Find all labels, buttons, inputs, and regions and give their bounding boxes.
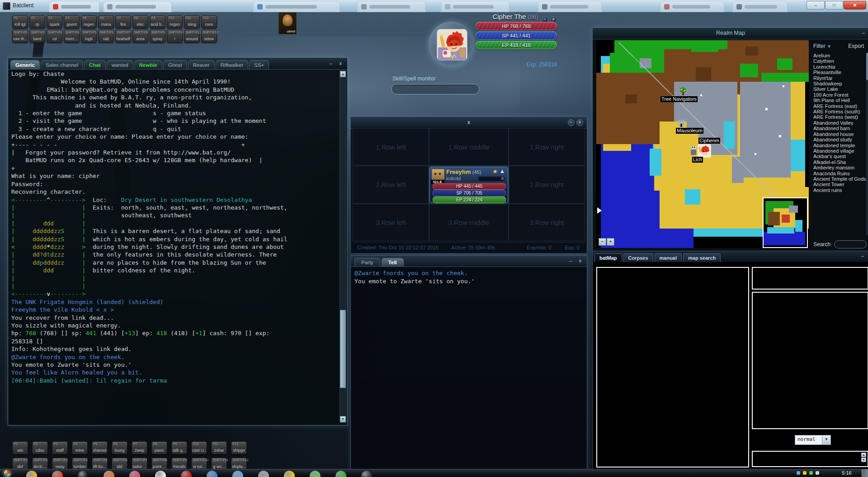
hotkey-button[interactable]: F8 panic — [151, 441, 167, 454]
party-slot[interactable]: 1.Row middle — [429, 128, 509, 166]
party-slot[interactable]: 3.Row middle — [429, 204, 509, 241]
batmap-command-box[interactable]: ▲▼ — [752, 451, 868, 467]
tray-icon[interactable] — [797, 471, 800, 475]
hotkey-button[interactable]: F8 elec — [132, 15, 148, 28]
qq-penguin-icon[interactable] — [78, 471, 89, 477]
chat-output[interactable]: @Zwarte fnords you on the cheek.You emot… — [354, 269, 583, 285]
map-location-item[interactable]: Rilynt'tar — [813, 75, 867, 81]
map-location-item[interactable]: Ancient ruins — [813, 187, 867, 193]
hotkey-button[interactable]: F11 2shar — [211, 441, 227, 454]
map-zoom-out-button[interactable]: − — [599, 238, 606, 246]
map-location-item[interactable]: Ancient Tower — [813, 182, 867, 187]
map-location-item[interactable]: Silver Lake — [813, 86, 867, 92]
white-ring-icon[interactable] — [155, 471, 166, 477]
dropdown-arrow-icon[interactable]: ▼ — [822, 435, 830, 444]
minimize-button[interactable]: – — [807, 1, 825, 9]
terminal-tab[interactable]: Chat — [84, 60, 106, 69]
party-slot[interactable]: 1.Row right — [509, 128, 585, 166]
s-app-icon[interactable] — [258, 471, 269, 477]
map-location-item[interactable]: Abandoned village — [813, 148, 867, 154]
map-location-item[interactable]: Anaconda Ruins — [813, 171, 867, 176]
hotkey-button[interactable]: SHFT+F4 merc... — [64, 30, 80, 43]
background-browser-tab[interactable] — [732, 1, 788, 12]
lightning-icon[interactable] — [284, 471, 295, 477]
background-browser-tab[interactable] — [441, 1, 509, 12]
background-browser-tab[interactable] — [357, 1, 426, 12]
map-zoom-in-button[interactable]: + — [607, 238, 614, 246]
lich-label[interactable]: Lich — [692, 157, 703, 163]
hotkey-button[interactable]: F4 goent — [64, 15, 80, 28]
search-input[interactable] — [834, 240, 867, 248]
taskbar-clock[interactable]: 5:16 — [836, 470, 857, 476]
map-mode-dropdown[interactable]: normal ▼ — [795, 435, 831, 445]
map-location-item[interactable]: Calythien — [813, 58, 867, 64]
map-location-item[interactable]: Abandoned study — [813, 137, 867, 142]
maximize-button[interactable]: □ — [825, 1, 843, 9]
tree-navigators-icon[interactable] — [679, 87, 687, 95]
map-location-item[interactable]: Lorenchia — [813, 64, 867, 70]
hotkey-button[interactable]: F6 loung — [112, 441, 127, 454]
hotkey-button[interactable]: F9 talk g... — [171, 441, 187, 454]
tray-icon[interactable] — [816, 471, 819, 475]
window-titlebar[interactable]: Batclient – □ ✕ — [0, 0, 868, 12]
close-button[interactable]: ✕ — [844, 1, 866, 9]
terminal-window-controls[interactable]: – x — [330, 61, 344, 66]
browser-red-icon[interactable] — [52, 471, 63, 477]
hotkey-button[interactable]: F5 regen — [81, 15, 97, 28]
realm-map-canvas[interactable]: Tree Navigators Mausoleum Ciphenm Lich — [596, 40, 809, 248]
green-dot-icon[interactable] — [335, 471, 346, 477]
map-location-item[interactable]: 9th Plane of Hell — [813, 98, 867, 103]
hotkey-button[interactable]: SHFT+F7 healself — [115, 30, 131, 43]
background-browser-tab[interactable] — [660, 1, 724, 12]
tree-navigators-label[interactable]: Tree Navigators — [660, 96, 698, 102]
hotkey-button[interactable]: SHFT+F2 bard — [29, 30, 45, 43]
chat-window-controls[interactable]: – x — [569, 258, 584, 263]
lich-icon[interactable] — [689, 145, 698, 156]
map-location-item[interactable]: Ancient Temple of Gods — [813, 176, 867, 182]
export-button[interactable]: Export — [848, 43, 864, 49]
party-grid-minimize-button[interactable]: – — [568, 119, 575, 126]
show-desktop-button[interactable] — [862, 469, 868, 477]
map-location-item[interactable]: Arelium — [813, 53, 867, 58]
map-location-item[interactable]: Ackbar's quest — [813, 154, 867, 159]
terminal-tab[interactable]: SS+ — [249, 60, 269, 69]
hotkey-button[interactable]: F1 Kill tgt — [12, 15, 28, 28]
terminal-tab[interactable]: Reaver — [188, 60, 215, 69]
map-location-item[interactable]: 100 Acre Forest — [813, 92, 867, 98]
chat-tab[interactable]: Tell — [382, 258, 404, 267]
hotkey-button[interactable]: F11 sting — [184, 15, 200, 28]
flash-icon[interactable] — [181, 471, 192, 477]
map-location-item[interactable]: Abandoned barn — [813, 126, 867, 131]
hotkey-button[interactable]: F9 acid b... — [150, 15, 165, 28]
map-location-item[interactable]: Amberley mansion — [813, 165, 867, 170]
map-location-item[interactable]: Abandoned house — [813, 131, 867, 137]
stepper-control[interactable]: ▲▼ — [861, 453, 866, 463]
video-tile-icon[interactable] — [361, 471, 372, 477]
terminal-tab[interactable]: Sales channel — [41, 60, 83, 69]
hotkey-button[interactable]: F12 shipgo — [231, 441, 247, 454]
terminal-tab[interactable]: Ghost — [163, 60, 187, 69]
location-list-scrollbar[interactable] — [866, 53, 868, 235]
realm-map-minimize-button[interactable]: – — [862, 30, 865, 35]
terminal-tab[interactable]: Generic — [10, 60, 40, 69]
hotkey-button[interactable]: SHFT+F1 use th... — [12, 30, 28, 43]
background-browser-tab[interactable] — [49, 1, 99, 12]
scrollbar-thumb[interactable] — [340, 310, 346, 388]
realm-map-titlebar[interactable]: Realm Map – — [593, 28, 868, 39]
player-marker-label[interactable]: Ciphenm — [698, 138, 720, 144]
batmap-map-box[interactable] — [596, 267, 749, 468]
hotkey-button[interactable]: SHFT+F5 logb — [81, 30, 97, 43]
map-location-item[interactable]: Shadowkeep — [813, 81, 867, 86]
minimap-overview[interactable] — [763, 197, 808, 248]
hotkey-button[interactable]: SHFT+F8 area — [132, 30, 148, 43]
batmap-tab[interactable]: batMap — [594, 253, 622, 262]
map-location-item[interactable]: Abandoned Valley — [813, 120, 867, 126]
party-slot[interactable]: 2.Row left — [353, 166, 429, 203]
batmap-tab[interactable]: map search — [683, 253, 721, 262]
batmap-tab[interactable]: manual — [655, 253, 682, 262]
terminal-scrollbar[interactable]: ▲ ▼ — [340, 70, 346, 423]
hotkey-button[interactable]: F7 2wep — [132, 441, 147, 454]
batmap-minimize-button[interactable]: – — [861, 253, 864, 258]
party-member-card[interactable]: IDLE Freeyhm (45) ★ ▲ kobold 0 HP 445 / … — [429, 167, 508, 203]
filter-dropdown[interactable]: Filter ▼ — [813, 43, 831, 49]
